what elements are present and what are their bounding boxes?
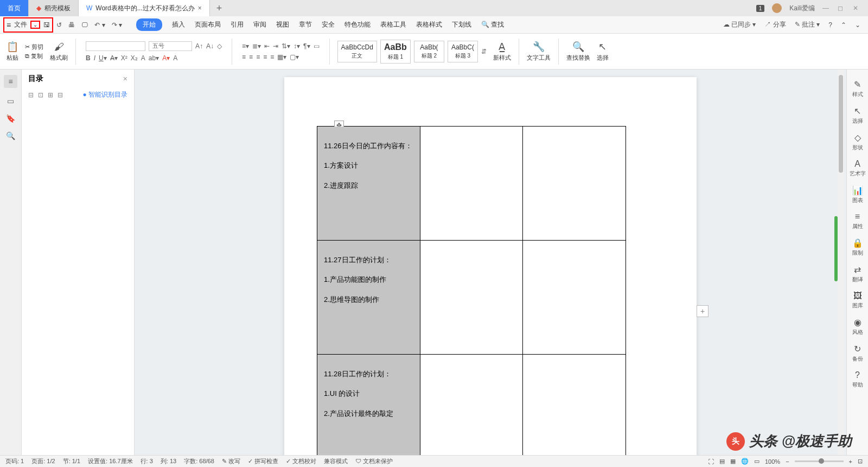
undo-icon[interactable]: ↶ ▾	[94, 21, 105, 29]
rail-help[interactable]: ?帮助	[852, 370, 863, 389]
zoom-label[interactable]: 100%	[765, 458, 780, 465]
menu-view[interactable]: 视图	[276, 20, 289, 29]
bold-icon[interactable]: B	[86, 54, 91, 62]
notify-badge[interactable]: 1	[756, 5, 765, 12]
italic-icon[interactable]: I	[94, 54, 95, 62]
style-h2[interactable]: AaBb(标题 2	[414, 41, 444, 62]
font-color-icon[interactable]: A▾	[162, 54, 170, 62]
highlight-icon[interactable]: ab▾	[149, 54, 159, 62]
toc-close-icon[interactable]: ×	[123, 74, 127, 83]
file-menu[interactable]: 文件	[14, 20, 27, 29]
numbering-icon[interactable]: ≣▾	[252, 42, 261, 50]
style-more-icon[interactable]: ⇵	[481, 48, 487, 55]
paste-icon[interactable]: 📋	[7, 41, 18, 53]
format-painter-icon[interactable]: 🖌	[54, 41, 64, 53]
cell-r1c3[interactable]	[523, 127, 626, 241]
strike-icon[interactable]: A̶▾	[110, 54, 118, 62]
sort-icon[interactable]: ⇅▾	[282, 42, 290, 50]
zoom-slider[interactable]	[795, 460, 844, 462]
outdent-icon[interactable]: ⇤	[264, 42, 270, 50]
cell-r2c2[interactable]	[420, 241, 523, 355]
view-print-icon[interactable]: ▤	[719, 458, 725, 465]
showmarks-icon[interactable]: ▭	[314, 42, 320, 50]
subscript-icon[interactable]: X₂	[131, 54, 138, 62]
style-gallery[interactable]: AaBbCcDd正文 AaBb标题 1 AaBb(标题 2 AaBbC(标题 3…	[335, 40, 489, 64]
align-right-icon[interactable]: ≡	[256, 53, 260, 61]
rail-chart[interactable]: 📊图表	[852, 185, 863, 204]
toc-expand-icon[interactable]: ⊡	[38, 91, 43, 99]
cell-r1c1[interactable]: 11.26日今日的工作内容有： 1.方案设计 2.进度跟踪	[317, 127, 420, 241]
menu-review[interactable]: 审阅	[253, 20, 266, 29]
cell-r2c1[interactable]: 11.27日工作的计划： 1.产品功能图的制作 2.思维导图的制作	[317, 241, 420, 355]
cell-r1c2[interactable]	[420, 127, 523, 241]
status-doccheck[interactable]: ✓ 文档校对	[286, 457, 316, 465]
rail-bookmark-icon[interactable]: 🔖	[6, 114, 15, 123]
tab-template[interactable]: ◆稻壳模板	[29, 0, 79, 16]
save-icon[interactable]: 🖫	[43, 21, 50, 29]
zoom-out-icon[interactable]: −	[786, 458, 789, 465]
hamburger-icon[interactable]: ≡	[7, 21, 11, 29]
vertical-scrollbar[interactable]	[838, 70, 844, 455]
rail-translate[interactable]: ⇄翻译	[852, 264, 863, 283]
find-replace-icon[interactable]: 🔍	[572, 41, 584, 53]
view-read-icon[interactable]: ▭	[754, 458, 760, 465]
font-size-select[interactable]	[149, 41, 192, 51]
rail-props[interactable]: ≡属性	[852, 212, 863, 230]
view-outline-icon[interactable]: ▦	[730, 458, 736, 465]
close-button[interactable]: ✕	[853, 4, 860, 12]
shading-icon[interactable]: ▦▾	[277, 53, 286, 61]
status-page[interactable]: 页码: 1	[5, 457, 24, 465]
rail-restrict[interactable]: 🔒限制	[852, 238, 863, 257]
style-normal[interactable]: AaBbCcDd正文	[337, 41, 377, 62]
menu-search[interactable]: 🔍 查找	[481, 20, 504, 29]
file-dropdown-icon[interactable]: ⌄	[30, 21, 40, 29]
zoom-in-icon[interactable]: +	[849, 458, 852, 465]
cell-r3c3[interactable]	[523, 355, 626, 456]
status-words[interactable]: 字数: 68/68	[184, 457, 214, 465]
text-effect-icon[interactable]: A	[141, 54, 145, 62]
menu-refs[interactable]: 引用	[231, 20, 244, 29]
font-name-select[interactable]	[86, 41, 145, 51]
toc-add-icon[interactable]: ⊞	[48, 91, 53, 99]
avatar[interactable]	[772, 3, 782, 13]
redo-icon[interactable]: ↷ ▾	[112, 21, 122, 29]
style-h3[interactable]: AaBbC(标题 3	[448, 41, 478, 62]
bullets-icon[interactable]: ≡▾	[242, 42, 249, 50]
print2-icon[interactable]: 🖶	[68, 21, 75, 29]
share-button[interactable]: ↗ 分享	[764, 20, 786, 29]
add-column-button[interactable]: +	[697, 305, 709, 317]
document-table[interactable]: 11.26日今日的工作内容有： 1.方案设计 2.进度跟踪 11.27日工作的计…	[317, 126, 626, 455]
tab-document[interactable]: WWord表格中的...过大不好看怎么办×	[79, 0, 210, 16]
close-icon[interactable]: ×	[198, 4, 202, 12]
review-button[interactable]: ✎ 批注 ▾	[795, 20, 820, 29]
help-icon[interactable]: ?	[828, 21, 832, 29]
cell-r2c3[interactable]	[523, 241, 626, 355]
cell-r3c1[interactable]: 11.28日工作的计划： 1.UI 的设计 2.产品设计最终的敲定	[317, 355, 420, 456]
select-icon[interactable]: ↖	[598, 41, 607, 53]
linespace-icon[interactable]: ↕▾	[293, 42, 300, 50]
rail-wordart[interactable]: A艺术字	[850, 159, 866, 178]
menu-insert[interactable]: 插入	[172, 20, 185, 29]
cell-r3c2[interactable]	[420, 355, 523, 456]
expand-icon[interactable]: ⌄	[855, 21, 860, 29]
document-area[interactable]: 11.26日今日的工作内容有： 1.方案设计 2.进度跟踪 11.27日工作的计…	[135, 70, 846, 455]
underline-icon[interactable]: U▾	[99, 54, 107, 62]
status-protect[interactable]: 🛡 文档未保护	[355, 457, 393, 465]
indent-icon[interactable]: ⇥	[273, 42, 278, 50]
fit-icon[interactable]: ⊡	[858, 458, 863, 465]
maximize-button[interactable]: ◻	[838, 4, 845, 12]
align-center-icon[interactable]: ≡	[249, 53, 253, 61]
toc-remove-icon[interactable]: ⊟	[58, 91, 63, 99]
distribute-icon[interactable]: ≡	[270, 53, 274, 61]
style-h1[interactable]: AaBb标题 1	[380, 40, 411, 64]
cut-button[interactable]: ✂ 剪切	[25, 43, 43, 51]
menu-layout[interactable]: 页面布局	[195, 20, 221, 29]
menu-start[interactable]: 开始	[136, 18, 162, 31]
justify-icon[interactable]: ≡	[263, 53, 267, 61]
borders-icon[interactable]: ▢▾	[290, 53, 299, 61]
new-tab-button[interactable]: +	[210, 0, 229, 16]
rail-select[interactable]: ↖选择	[852, 106, 863, 125]
rail-page-icon[interactable]: ▭	[7, 97, 14, 105]
char-shading-icon[interactable]: A	[173, 54, 177, 62]
rail-toc-icon[interactable]: ≡	[4, 75, 17, 88]
